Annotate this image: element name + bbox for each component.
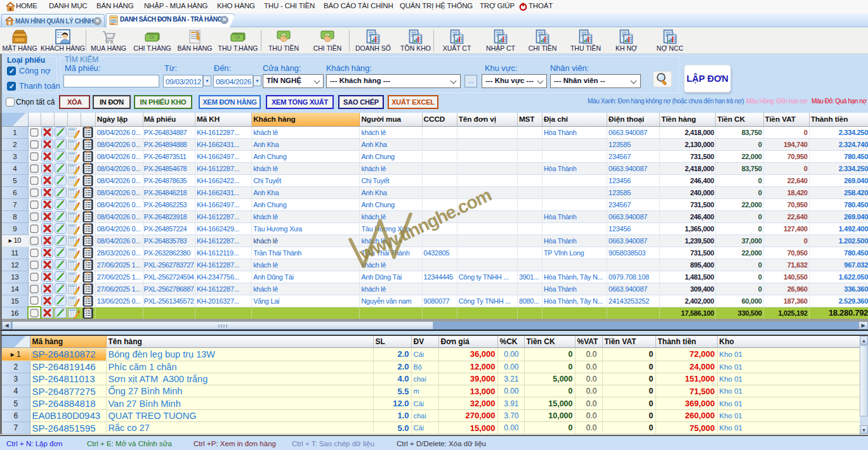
svg-text:500: 500: [236, 36, 240, 39]
svg-text:500: 500: [150, 36, 154, 39]
